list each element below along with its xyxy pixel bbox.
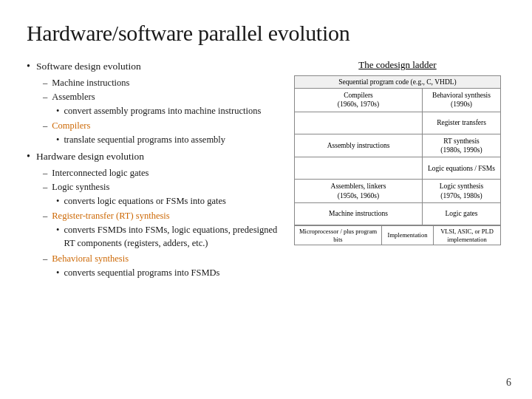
ladder-right-4: Logic equations / FSMs <box>423 157 500 179</box>
dash-5: – <box>43 180 47 194</box>
sub-item-machine: – Machine instructions <box>43 76 278 89</box>
sub-item-logic-synth: – Logic synthesis <box>43 180 278 194</box>
dash-1: – <box>43 76 47 89</box>
ladder-right-2: Register transfers <box>423 112 500 134</box>
ladder-bottom-left: Microprocessor / plus program bits <box>295 226 382 245</box>
assemblers-label: Assemblers <box>52 90 95 103</box>
dash-6: – <box>43 209 47 222</box>
ladder-right-6: Logic gates <box>423 203 500 225</box>
top-label: Sequential program code (e.g., C, VHDL) <box>338 78 456 86</box>
hardware-label: Hardware design evolution <box>36 149 144 164</box>
ladder-left-6: Machine instructions <box>295 203 423 225</box>
behavioral-sub-item: • converts sequential programs into FSMD… <box>56 266 278 279</box>
ladder-right-5: Logic synthesis(1970s, 1980s) <box>423 180 500 202</box>
ladder-left-3: Assembly instructions <box>295 134 423 157</box>
logic-synth-sub: • converts logic equations or FSMs into … <box>56 194 278 208</box>
sub-item-assemblers: – Assemblers <box>43 90 278 103</box>
sub-item-gates: – Interconnected logic gates <box>43 166 278 180</box>
behavioral-sub-text: converts sequential programs into FSMDs <box>64 266 219 279</box>
content-area: • Software design evolution – Machine in… <box>27 59 505 281</box>
ladder-top: Sequential program code (e.g., C, VHDL) <box>295 76 500 89</box>
ladder-bottom-right: VLSI, ASIC, or PLD implementation <box>434 226 500 245</box>
ladder-row-1: Compilers(1960s, 1970s) Behavioral synth… <box>295 89 500 112</box>
bullet-small-5: • <box>56 266 59 279</box>
sub-item-compilers: – Compilers <box>43 119 278 132</box>
bullet-hardware: • Hardware design evolution <box>27 149 278 164</box>
bullet-small-4: • <box>56 223 59 236</box>
dash-4: – <box>43 166 47 180</box>
dash-3: – <box>43 119 47 132</box>
machine-label: Machine instructions <box>52 76 129 89</box>
software-sub-list: – Machine instructions – Assemblers • co… <box>43 76 278 147</box>
ladder-row-4: Logic equations / FSMs <box>295 157 500 180</box>
ladder-row-3: Assembly instructions RT synthesis(1980s… <box>295 134 500 158</box>
bullet-small-3: • <box>56 194 59 208</box>
bullet-dot-2: • <box>27 149 30 164</box>
ladder-right-1: Behavioral synthesis(1990s) <box>423 89 500 112</box>
ladder-row-2: Register transfers <box>295 112 500 134</box>
assemblers-sub-text: convert assembly programs into machine i… <box>64 104 261 117</box>
sub-item-rt: – Register-transfer (RT) synthesis <box>43 209 278 222</box>
ladder-left-2 <box>295 112 423 134</box>
ladder-right-3: RT synthesis(1980s, 1990s) <box>423 134 500 157</box>
dash-2: – <box>43 90 47 103</box>
ladder-bottom-row: Microprocessor / plus program bits Imple… <box>295 225 500 245</box>
assemblers-sub: • convert assembly programs into machine… <box>56 104 278 117</box>
bullet-small-1: • <box>56 104 59 117</box>
hardware-sub-list: – Interconnected logic gates – Logic syn… <box>43 166 278 279</box>
ladder-bottom-mid: Implementation <box>382 226 434 245</box>
ladder-left-5: Assemblers, linkers(1950s, 1960s) <box>295 180 423 202</box>
ladder-left-4 <box>295 157 423 179</box>
bullet-small-2: • <box>56 133 59 146</box>
gates-label: Interconnected logic gates <box>52 166 149 180</box>
rt-sub-item: • converts FSMDs into FSMs, logic equati… <box>56 223 278 250</box>
assemblers-sub-item: • convert assembly programs into machine… <box>56 104 278 117</box>
compilers-sub-text: translate sequential programs into assem… <box>64 133 225 146</box>
left-column: • Software design evolution – Machine in… <box>27 59 278 281</box>
slide-title: Hardware/software parallel evolution <box>27 21 505 46</box>
right-column: The codesign ladder Sequential program c… <box>290 59 505 281</box>
logic-synth-label: Logic synthesis <box>52 180 109 194</box>
rt-label: Register-transfer (RT) synthesis <box>52 209 169 222</box>
logic-synth-sub-item: • converts logic equations or FSMs into … <box>56 194 278 208</box>
bullet-software: • Software design evolution <box>27 59 278 74</box>
ladder-container: Sequential program code (e.g., C, VHDL) … <box>294 75 501 245</box>
compilers-sub: • translate sequential programs into ass… <box>56 133 278 146</box>
behavioral-label: Behavioral synthesis <box>52 252 129 265</box>
software-label: Software design evolution <box>36 59 141 74</box>
ladder-row-6: Machine instructions Logic gates <box>295 203 500 225</box>
slide: Hardware/software parallel evolution • S… <box>0 0 532 399</box>
codesign-title: The codesign ladder <box>358 59 436 71</box>
sub-item-behavioral: – Behavioral synthesis <box>43 252 278 265</box>
logic-synth-sub-text: converts logic equations or FSMs into ga… <box>64 194 225 208</box>
ladder-row-5: Assemblers, linkers(1950s, 1960s) Logic … <box>295 180 500 203</box>
bullet-dot-1: • <box>27 59 30 74</box>
page-number: 6 <box>506 377 511 389</box>
rt-sub-text: converts FSMDs into FSMs, logic equation… <box>64 223 278 250</box>
compilers-sub-item: • translate sequential programs into ass… <box>56 133 278 146</box>
behavioral-sub: • converts sequential programs into FSMD… <box>56 266 278 279</box>
dash-7: – <box>43 252 47 265</box>
ladder-left-1: Compilers(1960s, 1970s) <box>295 89 423 112</box>
compilers-label: Compilers <box>52 119 90 132</box>
rt-sub: • converts FSMDs into FSMs, logic equati… <box>56 223 278 250</box>
